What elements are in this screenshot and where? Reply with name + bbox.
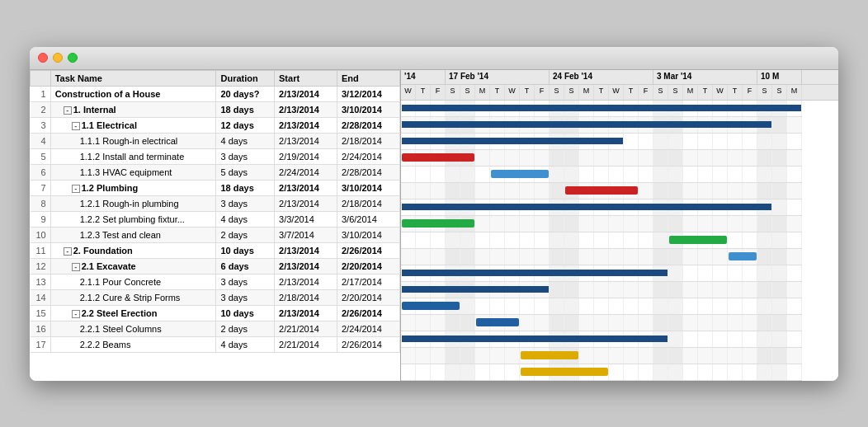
gantt-grid-cell: [653, 315, 668, 331]
gantt-bar: [402, 204, 771, 210]
gantt-grid-cell: [505, 216, 520, 232]
gantt-grid-cell: [787, 249, 802, 265]
table-row: 132.1.1 Pour Concrete3 days2/13/20142/17…: [31, 274, 400, 289]
gantt-day-label: T: [728, 85, 743, 100]
gantt-grid-cell: [653, 167, 668, 182]
start-date-cell: 2/13/2014: [275, 133, 337, 148]
gantt-grid-cell: [668, 265, 683, 281]
gantt-row: [401, 249, 802, 265]
start-date-cell: 2/21/2014: [275, 321, 337, 336]
collapse-icon[interactable]: -: [64, 106, 72, 115]
duration-cell: 5 days: [216, 164, 275, 180]
gantt-bar: [402, 336, 668, 342]
gantt-grid-cell: [550, 167, 564, 182]
collapse-icon[interactable]: -: [72, 310, 80, 318]
gantt-grid-cell: [757, 183, 772, 199]
gantt-row: [401, 101, 802, 117]
start-date-cell: 2/18/2014: [275, 289, 337, 305]
gantt-grid-cell: [639, 150, 653, 166]
gantt-grid-cell: [401, 167, 416, 182]
gantt-grid-cell: [609, 315, 624, 331]
gantt-grid-cell: [713, 298, 728, 314]
collapse-icon[interactable]: -: [72, 122, 80, 130]
gantt-grid-cell: [490, 150, 505, 166]
gantt-grid-cell: [550, 298, 564, 314]
gantt-grid-cell: [787, 183, 802, 199]
gantt-grid-cell: [460, 167, 475, 182]
gantt-grid-cell: [683, 249, 698, 265]
gantt-grid-cell: [743, 315, 757, 331]
gantt-day-label: F: [431, 85, 446, 100]
gantt-grid-cell: [698, 216, 713, 232]
gantt-grid-cell: [431, 315, 446, 331]
gantt-grid-cell: [475, 183, 490, 199]
gantt-day-label: W: [505, 85, 520, 100]
gantt-grid-cell: [579, 167, 594, 182]
gantt-grid-cell: [683, 150, 698, 166]
gantt-grid-cell: [787, 364, 802, 380]
start-date-cell: 2/13/2014: [275, 274, 337, 289]
collapse-icon[interactable]: -: [72, 185, 80, 193]
gantt-grid-cell: [772, 249, 787, 265]
gantt-grid-cell: [639, 298, 653, 314]
gantt-grid-cell: [668, 315, 683, 331]
end-date-cell: 3/10/2014: [337, 180, 400, 195]
gantt-day-label: M: [475, 85, 490, 100]
gantt-grid-cell: [579, 216, 594, 232]
gantt-grid-cell: [624, 348, 639, 364]
table-row: 91.2.2 Set plumbing fixtur...4 days3/3/2…: [31, 211, 400, 227]
row-number: 4: [31, 133, 51, 148]
gantt-grid-cell: [639, 364, 653, 380]
gantt-grid-cell: [594, 348, 609, 364]
collapse-icon[interactable]: -: [64, 247, 72, 256]
gantt-grid-cell: [460, 364, 475, 380]
gantt-grid-cell: [698, 167, 713, 182]
gantt-grid-cell: [698, 265, 713, 281]
gantt-grid-cell: [550, 150, 564, 166]
gantt-grid-cell: [728, 232, 743, 248]
gantt-day-label: F: [639, 85, 653, 100]
gantt-grid-cell: [639, 134, 653, 149]
duration-cell: 3 days: [216, 148, 275, 164]
start-date-cell: 3/3/2014: [275, 211, 337, 227]
gantt-bar: [402, 105, 801, 111]
gantt-period-label: '14: [401, 70, 446, 84]
minimize-button[interactable]: [53, 53, 63, 63]
gantt-day-label: S: [757, 85, 772, 100]
indent-spacer: [55, 136, 80, 146]
task-name-text: 2.2.1 Steel Columns: [80, 324, 162, 334]
gantt-grid-cell: [564, 282, 579, 298]
gantt-grid-cell: [624, 282, 639, 298]
gantt-grid-cell: [475, 232, 490, 248]
duration-cell: 2 days: [216, 321, 275, 336]
gantt-grid-cell: [639, 249, 653, 265]
gantt-grid-cell: [728, 167, 743, 182]
gantt-grid-cell: [416, 167, 431, 182]
indent-spacer: [55, 152, 80, 162]
gantt-grid-cell: [579, 282, 594, 298]
table-row: 61.1.3 HVAC equipment5 days2/24/20142/28…: [31, 164, 400, 180]
collapse-icon[interactable]: -: [72, 263, 80, 271]
gantt-grid-cell: [743, 183, 757, 199]
gantt-bar: [491, 170, 549, 178]
gantt-grid-cell: [416, 364, 431, 380]
start-date-cell: 2/19/2014: [275, 148, 337, 164]
gantt-grid-cell: [728, 134, 743, 149]
end-date-cell: 2/18/2014: [337, 133, 400, 148]
maximize-button[interactable]: [68, 53, 78, 63]
gantt-grid-cell: [416, 315, 431, 331]
gantt-grid-cell: [772, 364, 787, 380]
row-number: 10: [31, 227, 51, 242]
gantt-grid-cell: [624, 134, 639, 149]
gantt-grid-cell: [668, 249, 683, 265]
gantt-grid-cell: [743, 265, 757, 281]
gantt-grid-cell: [550, 183, 564, 199]
task-name-cell: -2.2 Steel Erection: [50, 305, 216, 321]
gantt-grid-cell: [772, 282, 787, 298]
gantt-grid-cell: [683, 216, 698, 232]
gantt-grid-cell: [505, 249, 520, 265]
row-number: 6: [31, 164, 51, 180]
close-button[interactable]: [38, 53, 48, 63]
gantt-grid-cell: [520, 183, 535, 199]
gantt-grid-cell: [535, 315, 550, 331]
